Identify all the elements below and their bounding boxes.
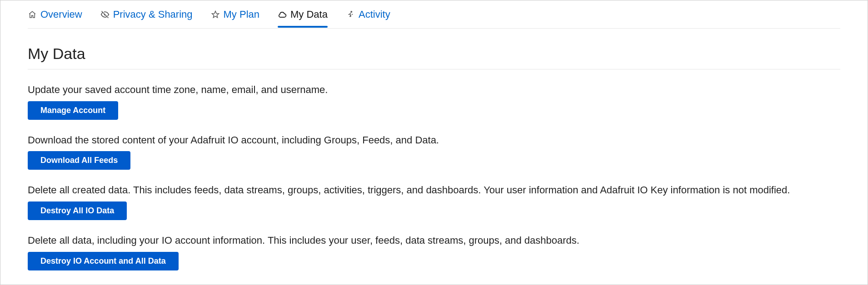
tab-label: My Plan xyxy=(224,9,259,20)
section-destroy-io-data: Delete all created data. This includes f… xyxy=(28,183,840,220)
cloud-icon xyxy=(278,10,287,19)
tab-label: Privacy & Sharing xyxy=(113,9,193,20)
download-all-feeds-button[interactable]: Download All Feeds xyxy=(28,151,130,170)
tab-overview[interactable]: Overview xyxy=(28,9,82,28)
tab-my-data[interactable]: My Data xyxy=(278,9,328,28)
svg-point-1 xyxy=(351,11,352,12)
tab-label: My Data xyxy=(290,9,328,20)
tabs-nav: Overview Privacy & Sharing My Plan My Da… xyxy=(28,0,840,29)
svg-marker-0 xyxy=(212,11,219,18)
section-manage-account: Update your saved account time zone, nam… xyxy=(28,83,840,120)
tab-privacy-sharing[interactable]: Privacy & Sharing xyxy=(100,9,193,28)
section-destroy-account: Delete all data, including your IO accou… xyxy=(28,234,840,270)
running-icon xyxy=(346,10,355,19)
destroy-io-account-button[interactable]: Destroy IO Account and All Data xyxy=(28,252,179,270)
tab-label: Activity xyxy=(359,9,390,20)
manage-account-button[interactable]: Manage Account xyxy=(28,101,118,120)
page-title: My Data xyxy=(28,45,840,69)
tab-label: Overview xyxy=(40,9,82,20)
tab-activity[interactable]: Activity xyxy=(346,9,390,28)
section-desc: Update your saved account time zone, nam… xyxy=(28,83,840,97)
section-desc: Download the stored content of your Adaf… xyxy=(28,133,840,147)
section-desc: Delete all created data. This includes f… xyxy=(28,183,840,197)
eye-off-icon xyxy=(100,10,110,19)
section-desc: Delete all data, including your IO accou… xyxy=(28,234,840,247)
home-icon xyxy=(28,10,37,19)
destroy-all-io-data-button[interactable]: Destroy All IO Data xyxy=(28,201,127,220)
tab-my-plan[interactable]: My Plan xyxy=(211,9,259,28)
section-download-feeds: Download the stored content of your Adaf… xyxy=(28,133,840,170)
star-icon xyxy=(211,10,220,19)
